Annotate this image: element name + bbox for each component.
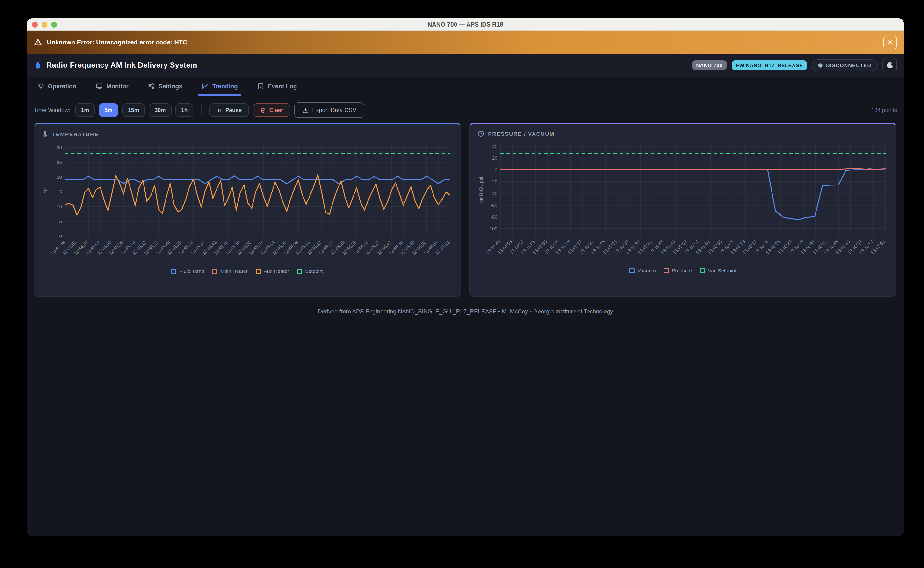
time-window-1h-button[interactable]: 1h	[175, 103, 194, 117]
warning-icon	[34, 38, 42, 46]
sliders-icon	[148, 83, 155, 90]
svg-text:10: 10	[57, 204, 62, 209]
error-banner: Unknown Error: Unrecognized error code: …	[27, 31, 904, 54]
svg-text:0: 0	[59, 234, 62, 239]
svg-text:°C: °C	[43, 188, 48, 193]
svg-text:0: 0	[495, 168, 497, 172]
droplet-icon	[34, 61, 42, 69]
legend-item[interactable]: Vac Setpoint	[700, 267, 736, 273]
close-icon: ✕	[888, 39, 893, 45]
window-title: NANO 700 — APS IDS R18	[27, 21, 904, 28]
svg-text:30: 30	[57, 145, 62, 150]
legend-swatch-icon	[700, 268, 705, 273]
trend-chart-icon	[201, 83, 209, 90]
tab-label: Event Log	[268, 83, 297, 90]
pressure-chart-card: PRESSURE / VACUUM 13:44:4913:44:5313:44:…	[469, 123, 897, 296]
time-window-15m-button[interactable]: 15m	[122, 103, 145, 117]
tab-settings[interactable]: Settings	[145, 77, 186, 96]
legend-swatch-icon	[256, 268, 261, 273]
legend-label: Aux Heater	[264, 268, 289, 274]
gauge-icon	[478, 130, 484, 137]
log-icon	[257, 83, 264, 90]
time-window-1m-button[interactable]: 1m	[75, 103, 95, 117]
tab-monitor[interactable]: Monitor	[92, 77, 132, 96]
pressure-chart-header: PRESSURE / VACUUM	[470, 124, 896, 140]
tab-trending[interactable]: Trending	[198, 77, 241, 96]
time-window-30m-button[interactable]: 30m	[149, 103, 172, 117]
tab-label: Monitor	[106, 83, 129, 90]
pause-icon	[217, 107, 222, 113]
legend-item[interactable]: Aux Heater	[256, 268, 289, 274]
temperature-legend: Fluid TempMain HeaterAux HeaterSetpoint	[34, 267, 461, 278]
model-badge: NANO 700	[692, 60, 727, 70]
legend-label: Pressure	[672, 267, 692, 273]
legend-swatch-icon	[664, 268, 669, 273]
titlebar: NANO 700 — APS IDS R18	[27, 18, 904, 31]
toolbar-divider	[201, 105, 202, 115]
thermometer-icon	[42, 130, 48, 137]
chart-title: TEMPERATURE	[52, 131, 98, 137]
export-label: Export Data CSV	[312, 107, 356, 113]
legend-item[interactable]: Pressure	[664, 267, 692, 273]
legend-swatch-icon	[297, 268, 302, 273]
chart-title: PRESSURE / VACUUM	[488, 131, 555, 137]
svg-text:20: 20	[57, 175, 62, 180]
svg-text:-80: -80	[491, 215, 497, 219]
app-header: Radio Frequency AM Ink Delivery System N…	[27, 54, 904, 77]
header-badges: NANO 700 FW NANO_R17_RELEASE DISCONNECTE…	[692, 58, 897, 73]
pressure-legend: VacuumPressureVac Setpoint	[470, 267, 896, 277]
temperature-chart[interactable]: 13:44:4913:44:5313:44:5713:45:0113:45:05…	[42, 140, 454, 267]
status-dot-icon	[818, 63, 823, 67]
tab-label: Settings	[159, 83, 182, 90]
legend-item[interactable]: Setpoint	[297, 268, 324, 274]
tab-label: Operation	[48, 83, 76, 90]
legend-label: Vacuum	[637, 267, 656, 273]
legend-label: Setpoint	[305, 268, 324, 274]
svg-text:-100: -100	[488, 226, 497, 231]
time-window-5m-button[interactable]: 5m	[98, 103, 118, 117]
legend-label: Fluid Temp	[180, 268, 204, 274]
trash-icon	[260, 107, 266, 113]
temperature-chart-header: TEMPERATURE	[34, 124, 461, 140]
time-window-label: Time Window:	[34, 107, 70, 113]
legend-item[interactable]: Fluid Temp	[171, 268, 204, 274]
pressure-chart[interactable]: 13:44:4913:44:5313:44:5713:45:0113:45:05…	[478, 140, 889, 267]
svg-text:-40: -40	[491, 191, 497, 196]
firmware-badge: FW NANO_R17_RELEASE	[732, 60, 807, 70]
svg-text:5: 5	[59, 219, 62, 224]
app-window: NANO 700 — APS IDS R18 Unknown Error: Un…	[27, 18, 904, 536]
gear-icon	[37, 83, 44, 90]
theme-toggle-button[interactable]	[882, 58, 897, 73]
svg-text:15: 15	[57, 189, 62, 195]
legend-swatch-icon	[212, 268, 217, 273]
pause-button[interactable]: Pause	[210, 103, 249, 117]
svg-text:-20: -20	[491, 179, 497, 184]
trending-toolbar: Time Window: 1m 5m 15m 30m 1h Pause Clea…	[27, 96, 904, 118]
charts-row: TEMPERATURE 13:44:4913:44:5313:44:5713:4…	[27, 118, 904, 296]
clear-label: Clear	[269, 107, 283, 113]
legend-swatch-icon	[629, 268, 635, 273]
legend-label: Main Heater	[220, 268, 248, 274]
clear-button[interactable]: Clear	[253, 103, 290, 117]
tab-bar: Operation Monitor Settings Trending	[27, 77, 904, 96]
dismiss-error-button[interactable]: ✕	[883, 35, 897, 49]
tab-operation[interactable]: Operation	[34, 77, 80, 96]
monitor-icon	[96, 83, 103, 90]
page-title: Radio Frequency AM Ink Delivery System	[46, 61, 197, 69]
download-icon	[302, 107, 309, 113]
connection-status-label: DISCONNECTED	[826, 62, 871, 68]
svg-text:20: 20	[492, 156, 497, 161]
moon-icon	[886, 61, 894, 69]
legend-item[interactable]: Main Heater	[212, 268, 248, 274]
tab-label: Trending	[212, 83, 238, 90]
temperature-chart-card: TEMPERATURE 13:44:4913:44:5313:44:5713:4…	[34, 123, 461, 296]
desktop: NANO 700 — APS IDS R18 Unknown Error: Un…	[0, 0, 924, 568]
points-count: 134 points	[871, 107, 897, 113]
legend-item[interactable]: Vacuum	[629, 267, 656, 273]
svg-text:25: 25	[57, 160, 62, 165]
export-csv-button[interactable]: Export Data CSV	[294, 103, 364, 118]
legend-swatch-icon	[171, 268, 177, 273]
svg-text:cmH₂O / psi: cmH₂O / psi	[478, 177, 484, 203]
svg-text:40: 40	[492, 144, 497, 149]
tab-event-log[interactable]: Event Log	[254, 77, 300, 96]
